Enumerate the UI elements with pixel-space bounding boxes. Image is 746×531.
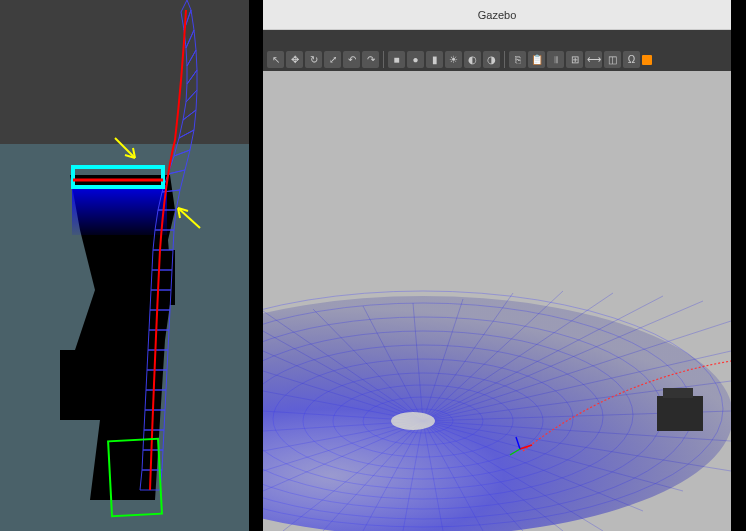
measure-button[interactable]: ⟷ [585, 51, 602, 68]
vehicle-model[interactable] [657, 396, 703, 431]
toolbar-separator [383, 51, 384, 68]
svg-point-37 [363, 397, 483, 445]
spotlight-button[interactable]: ◐ [464, 51, 481, 68]
gazebo-viewport[interactable] [263, 71, 731, 531]
svg-point-39 [303, 373, 543, 469]
svg-line-32 [423, 299, 463, 421]
svg-line-14 [423, 421, 443, 531]
svg-line-0 [263, 311, 423, 421]
svg-line-2 [263, 351, 423, 421]
costmap-obstacle [70, 175, 175, 500]
dirlight-button[interactable]: ◑ [483, 51, 500, 68]
svg-line-10 [283, 421, 423, 531]
window-title: Gazebo [478, 9, 517, 21]
copy-button[interactable]: ⎘ [509, 51, 526, 68]
svg-line-6 [263, 421, 423, 431]
svg-point-38 [333, 385, 513, 457]
svg-line-49 [510, 449, 520, 455]
svg-line-20 [423, 421, 683, 491]
annotation-arrow [178, 208, 200, 228]
magnet-button[interactable]: Ω [623, 51, 640, 68]
scale-tool[interactable]: ⤢ [324, 51, 341, 68]
svg-point-36 [393, 409, 453, 433]
svg-line-5 [263, 411, 423, 421]
record-indicator[interactable] [642, 55, 652, 65]
svg-line-47 [520, 445, 532, 449]
titlebar[interactable]: Gazebo [263, 0, 731, 30]
origin-gizmo [510, 437, 532, 455]
svg-line-16 [423, 421, 523, 531]
svg-line-17 [423, 421, 563, 531]
gazebo-scene [263, 71, 731, 531]
svg-line-48 [516, 437, 520, 449]
costmap-inflation [72, 185, 167, 235]
sphere-shape[interactable]: ● [407, 51, 424, 68]
rviz-panel [0, 0, 249, 531]
svg-line-9 [263, 421, 423, 491]
svg-line-18 [423, 421, 603, 531]
svg-line-35 [313, 309, 423, 421]
paste-button[interactable]: 📋 [528, 51, 545, 68]
svg-line-8 [263, 421, 423, 471]
svg-line-12 [363, 421, 423, 531]
svg-line-15 [423, 421, 483, 531]
cylinder-shape[interactable]: ▮ [426, 51, 443, 68]
svg-point-44 [263, 303, 693, 519]
svg-point-45 [263, 291, 723, 527]
toolbar-separator [504, 51, 505, 68]
gazebo-toolbar: ↖ ✥ ↻ ⤢ ↶ ↷ ■ ● ▮ ☀ ◐ ◑ ⎘ 📋 ⫴ ⊞ ⟷ ◫ Ω [263, 48, 731, 71]
align-button[interactable]: ⫴ [547, 51, 564, 68]
svg-line-30 [423, 291, 563, 421]
svg-point-43 [263, 317, 663, 509]
svg-line-3 [263, 371, 423, 421]
cursor-tool[interactable]: ↖ [267, 51, 284, 68]
pointlight-button[interactable]: ☀ [445, 51, 462, 68]
costmap-block [60, 350, 105, 420]
snap-button[interactable]: ⊞ [566, 51, 583, 68]
menubar-spacer [263, 30, 731, 48]
costmap-block [140, 250, 175, 305]
move-tool[interactable]: ✥ [286, 51, 303, 68]
svg-point-40 [273, 359, 573, 479]
svg-line-7 [263, 421, 423, 451]
svg-line-19 [423, 421, 643, 511]
svg-line-31 [423, 293, 513, 421]
svg-line-34 [363, 306, 423, 421]
goal-marker [108, 439, 162, 517]
redo-button[interactable]: ↷ [362, 51, 379, 68]
rotate-tool[interactable]: ↻ [305, 51, 322, 68]
rviz-background-top [0, 0, 249, 144]
svg-point-42 [263, 331, 633, 499]
svg-line-11 [323, 421, 423, 531]
svg-line-13 [403, 421, 423, 531]
svg-line-1 [263, 331, 423, 421]
gazebo-panel: Gazebo ↖ ✥ ↻ ⤢ ↶ ↷ ■ ● ▮ ☀ ◐ ◑ ⎘ 📋 ⫴ [249, 0, 746, 531]
svg-line-4 [263, 391, 423, 421]
gazebo-window: Gazebo ↖ ✥ ↻ ⤢ ↶ ↷ ■ ● ▮ ☀ ◐ ◑ ⎘ 📋 ⫴ [263, 0, 731, 531]
ground-shadow [391, 412, 435, 430]
svg-point-41 [263, 345, 603, 489]
box-shape[interactable]: ■ [388, 51, 405, 68]
undo-button[interactable]: ↶ [343, 51, 360, 68]
svg-line-33 [413, 303, 423, 421]
view-button[interactable]: ◫ [604, 51, 621, 68]
svg-line-28 [423, 296, 663, 421]
robot-footprint [73, 167, 163, 187]
svg-line-29 [423, 293, 613, 421]
